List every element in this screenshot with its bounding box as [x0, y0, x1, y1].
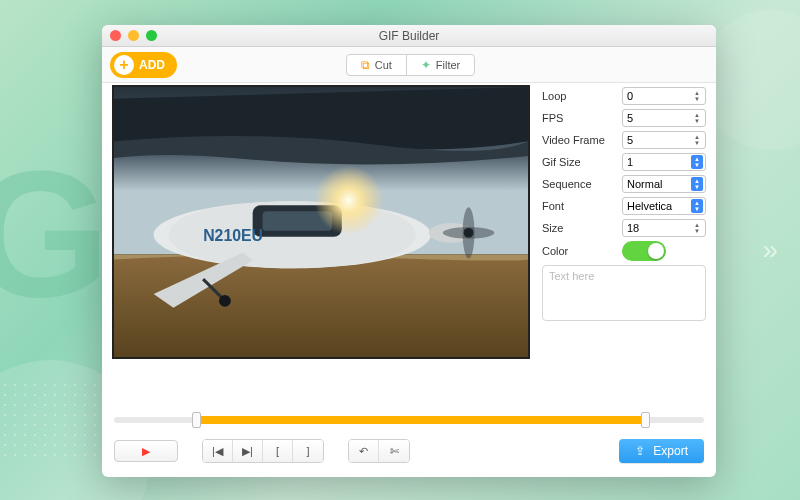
window-title: GIF Builder	[102, 29, 716, 43]
mark-out-button[interactable]: ]	[293, 440, 323, 462]
svg-point-10	[219, 295, 231, 307]
minimize-window-button[interactable]	[128, 30, 139, 41]
export-button[interactable]: ⇪ Export	[619, 439, 704, 463]
sequence-label: Sequence	[542, 178, 616, 190]
preview-viewport[interactable]: N210EU	[112, 85, 530, 359]
svg-point-8	[464, 228, 474, 238]
timeline-handle-left[interactable]	[192, 412, 201, 428]
aircraft-reg-text: N210EU	[203, 227, 263, 244]
export-icon: ⇪	[635, 444, 645, 458]
cut-tool-button[interactable]: ⧉ Cut	[347, 55, 407, 75]
fps-stepper[interactable]: 5 ▲▼	[622, 109, 706, 127]
videoframe-label: Video Frame	[542, 134, 616, 146]
footer: ▶ |◀ ▶| [ ] ↶ ✄ ⇪ Export	[102, 405, 716, 477]
videoframe-stepper[interactable]: 5 ▲▼	[622, 131, 706, 149]
export-label: Export	[653, 444, 688, 458]
stepper-arrows-icon[interactable]: ▲▼	[691, 111, 703, 125]
next-frame-button[interactable]: ▶|	[233, 440, 263, 462]
app-window: GIF Builder + ADD ⧉ Cut ✦ Filter	[102, 25, 716, 477]
size-label: Size	[542, 222, 616, 234]
filter-tool-button[interactable]: ✦ Filter	[407, 55, 474, 75]
tool-segment: ⧉ Cut ✦ Filter	[346, 54, 476, 76]
font-label: Font	[542, 200, 616, 212]
chevron-updown-icon: ▲▼	[691, 199, 703, 213]
color-label: Color	[542, 245, 616, 257]
mark-out-icon: ]	[306, 445, 309, 457]
loop-stepper[interactable]: 0 ▲▼	[622, 87, 706, 105]
svg-point-11	[272, 138, 411, 276]
mark-in-button[interactable]: [	[263, 440, 293, 462]
gifsize-select[interactable]: 1 ▲▼	[622, 153, 706, 171]
zoom-window-button[interactable]	[146, 30, 157, 41]
chevron-updown-icon: ▲▼	[691, 155, 703, 169]
settings-panel: Loop 0 ▲▼ FPS 5 ▲▼ Video Frame 5 ▲▼	[530, 83, 716, 405]
prev-icon: |◀	[212, 445, 223, 458]
plus-icon: +	[114, 55, 134, 75]
play-icon: ▶	[142, 445, 150, 458]
toolbar: + ADD ⧉ Cut ✦ Filter	[102, 47, 716, 83]
undo-icon: ↶	[359, 445, 368, 458]
titlebar: GIF Builder	[102, 25, 716, 47]
font-select[interactable]: Helvetica ▲▼	[622, 197, 706, 215]
crop-icon: ⧉	[361, 58, 370, 72]
timeline[interactable]	[114, 413, 704, 427]
next-icon: ▶|	[242, 445, 253, 458]
scissors-icon: ✄	[390, 445, 399, 458]
stepper-arrows-icon[interactable]: ▲▼	[691, 221, 703, 235]
mark-in-icon: [	[276, 445, 279, 457]
cut-button[interactable]: ✄	[379, 440, 409, 462]
timeline-handle-right[interactable]	[641, 412, 650, 428]
color-toggle[interactable]	[622, 241, 666, 261]
carousel-next-icon[interactable]: »	[762, 234, 778, 266]
add-button[interactable]: + ADD	[110, 52, 177, 78]
wand-icon: ✦	[421, 58, 431, 72]
prev-frame-button[interactable]: |◀	[203, 440, 233, 462]
add-button-label: ADD	[139, 58, 165, 72]
chevron-updown-icon: ▲▼	[691, 177, 703, 191]
sequence-select[interactable]: Normal ▲▼	[622, 175, 706, 193]
timeline-range	[197, 416, 645, 424]
size-stepper[interactable]: 18 ▲▼	[622, 219, 706, 237]
undo-button[interactable]: ↶	[349, 440, 379, 462]
caption-textarea[interactable]: Text here	[542, 265, 706, 321]
fps-label: FPS	[542, 112, 616, 124]
stepper-arrows-icon[interactable]: ▲▼	[691, 133, 703, 147]
gifsize-label: Gif Size	[542, 156, 616, 168]
stepper-arrows-icon[interactable]: ▲▼	[691, 89, 703, 103]
play-button[interactable]: ▶	[114, 440, 178, 462]
close-window-button[interactable]	[110, 30, 121, 41]
loop-label: Loop	[542, 90, 616, 102]
